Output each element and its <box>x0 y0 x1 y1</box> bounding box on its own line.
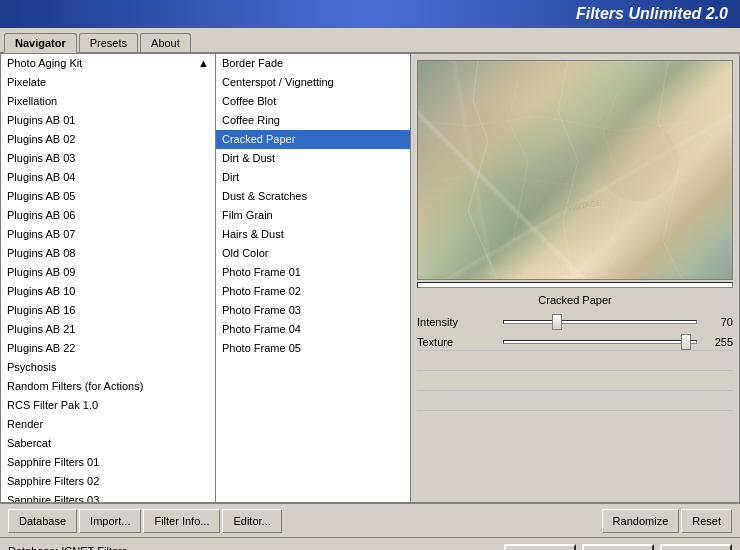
list-item[interactable]: Random Filters (for Actions) <box>1 377 215 396</box>
filter-item[interactable]: Photo Frame 04 <box>216 320 410 339</box>
import-button[interactable]: Import... <box>79 509 141 533</box>
list-item[interactable]: Plugins AB 01 <box>1 111 215 130</box>
tab-about[interactable]: About <box>140 33 191 52</box>
filter-item[interactable]: Photo Frame 03 <box>216 301 410 320</box>
list-item[interactable]: Plugins AB 06 <box>1 206 215 225</box>
filter-item[interactable]: Coffee Blot <box>216 92 410 111</box>
intensity-value: 70 <box>703 316 733 328</box>
help-button[interactable]: Help <box>660 544 732 551</box>
filter-item[interactable]: Dust & Scratches <box>216 187 410 206</box>
filter-item[interactable]: Centerspot / Vignetting <box>216 73 410 92</box>
svg-point-1 <box>598 121 678 201</box>
filter-item[interactable]: Old Color <box>216 244 410 263</box>
tabs-area: Navigator Presets About <box>0 28 740 53</box>
reset-button[interactable]: Reset <box>681 509 732 533</box>
list-item[interactable]: RCS Filter Pak 1.0 <box>1 396 215 415</box>
list-item[interactable]: Plugins AB 16 <box>1 301 215 320</box>
intensity-label: Intensity <box>417 316 497 328</box>
randomize-button[interactable]: Randomize <box>602 509 680 533</box>
list-item[interactable]: Plugins AB 22 <box>1 339 215 358</box>
list-item[interactable]: Pixellation <box>1 92 215 111</box>
left-panel: Photo Aging Kit ▲ Pixelate Pixellation P… <box>1 54 216 502</box>
filter-name-label: Cracked Paper <box>417 290 733 310</box>
list-item[interactable]: Plugins AB 10 <box>1 282 215 301</box>
texture-label: Texture <box>417 336 497 348</box>
intensity-thumb[interactable] <box>552 314 562 330</box>
filter-item[interactable]: Dirt <box>216 168 410 187</box>
filter-item[interactable]: Hairs & Dust <box>216 225 410 244</box>
empty-row-3 <box>417 390 733 410</box>
editor-button[interactable]: Editor... <box>222 509 281 533</box>
texture-row: Texture 255 <box>417 336 733 348</box>
list-item[interactable]: Render <box>1 415 215 434</box>
status-bar: Database: ICNET-Filters Filters: 4746 Ap… <box>0 537 740 550</box>
intensity-row: Intensity 70 <box>417 316 733 328</box>
tab-presets[interactable]: Presets <box>79 33 138 52</box>
list-item[interactable]: Pixelate <box>1 73 215 92</box>
list-item[interactable]: Sabercat <box>1 434 215 453</box>
preview-progress <box>417 282 733 288</box>
filter-item[interactable]: Photo Frame 05 <box>216 339 410 358</box>
list-item[interactable]: Plugins AB 03 <box>1 149 215 168</box>
app-title: Filters Unlimited 2.0 <box>576 5 728 23</box>
list-item[interactable]: Plugins AB 08 <box>1 244 215 263</box>
preview-image: VINTAGE <box>417 60 733 280</box>
filter-item[interactable]: Dirt & Dust <box>216 149 410 168</box>
middle-panel[interactable]: Border Fade Centerspot / Vignetting Coff… <box>216 54 411 502</box>
title-bar: Filters Unlimited 2.0 <box>0 0 740 28</box>
left-list[interactable]: Photo Aging Kit ▲ Pixelate Pixellation P… <box>1 54 215 502</box>
filter-item[interactable]: Coffee Ring <box>216 111 410 130</box>
list-item[interactable]: Plugins AB 09 <box>1 263 215 282</box>
database-status: Database: ICNET-Filters Filters: 4746 <box>8 545 127 551</box>
bottom-toolbar: Database Import... Filter Info... Editor… <box>0 503 740 537</box>
filter-item[interactable]: Film Grain <box>216 206 410 225</box>
filter-item[interactable]: Border Fade <box>216 54 410 73</box>
list-item[interactable]: Plugins AB 02 <box>1 130 215 149</box>
empty-row-1 <box>417 350 733 370</box>
list-item[interactable]: Sapphire Filters 02 <box>1 472 215 491</box>
cancel-button[interactable]: Cancel <box>582 544 654 551</box>
texture-value: 255 <box>703 336 733 348</box>
filter-item-cracked-paper[interactable]: Cracked Paper <box>216 130 410 149</box>
filter-info-button[interactable]: Filter Info... <box>143 509 220 533</box>
list-item[interactable]: Plugins AB 04 <box>1 168 215 187</box>
list-item[interactable]: Psychosis <box>1 358 215 377</box>
empty-row-2 <box>417 370 733 390</box>
texture-thumb[interactable] <box>681 334 691 350</box>
list-item[interactable]: Sapphire Filters 03 <box>1 491 215 502</box>
database-label: Database: ICNET-Filters <box>8 545 127 551</box>
tab-navigator[interactable]: Navigator <box>4 33 77 53</box>
filter-item[interactable]: Photo Frame 02 <box>216 282 410 301</box>
intensity-track[interactable] <box>503 320 697 324</box>
list-item[interactable]: Plugins AB 07 <box>1 225 215 244</box>
list-item[interactable]: Plugins AB 05 <box>1 187 215 206</box>
expand-arrow-icon: ▲ <box>198 55 209 72</box>
action-buttons: Apply Cancel Help <box>504 544 732 551</box>
texture-track[interactable] <box>503 340 697 344</box>
list-item[interactable]: Plugins AB 21 <box>1 320 215 339</box>
right-panel: VINTAGE Cracked Paper Intensity 70 Textu… <box>411 54 739 502</box>
filter-item[interactable]: Photo Frame 01 <box>216 263 410 282</box>
list-item[interactable]: Photo Aging Kit ▲ <box>1 54 215 73</box>
apply-button[interactable]: Apply <box>504 544 576 551</box>
list-item[interactable]: Sapphire Filters 01 <box>1 453 215 472</box>
svg-rect-0 <box>418 61 732 279</box>
database-button[interactable]: Database <box>8 509 77 533</box>
empty-row-4 <box>417 410 733 430</box>
main-content: Photo Aging Kit ▲ Pixelate Pixellation P… <box>0 53 740 503</box>
